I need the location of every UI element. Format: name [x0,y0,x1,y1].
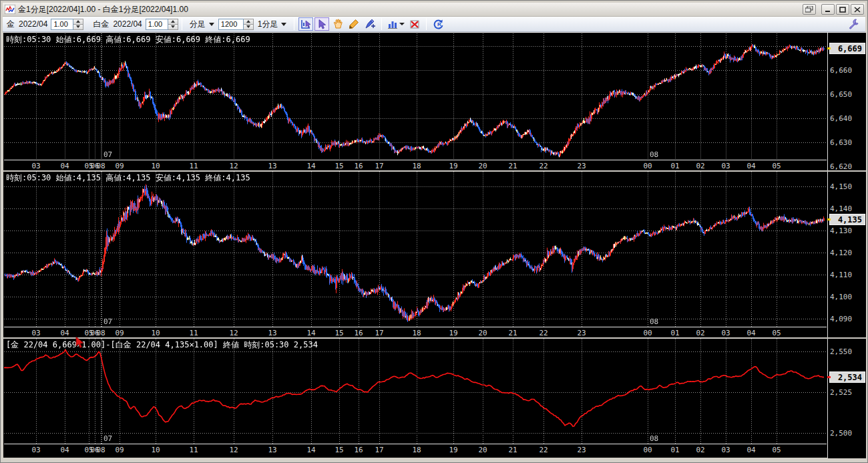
panel-separator [3,337,866,339]
x-axis-label: 10 [147,446,164,454]
spread-chart-plot[interactable]: [金 22/04 6,669×1.00]-[白金 22/04 4,135×1.0… [4,339,827,444]
reload-icon: R [433,19,444,29]
price-axis-panel: 6,669 4,135 2,534 6,6706,6606,6506,6406,… [827,33,866,458]
platinum-chart-plot[interactable]: 時刻:05:30 始値:4,135 高値:4,135 安値:4,135 終値:4… [4,172,827,327]
y-axis-label: 6,660 [830,66,852,75]
down-arrow-icon [76,25,80,28]
y-axis-label: 4,130 [830,226,852,235]
spin-down-button[interactable] [168,24,178,29]
panel-separator [3,170,866,172]
x-axis-label: 04 [742,329,760,337]
spin-up-button[interactable] [73,19,83,24]
x-axis-label: 05 [768,329,785,337]
app-icon [5,5,15,14]
x-axis-label: 20 [474,162,491,170]
y-axis-label: 4,150 [830,182,852,191]
y-axis-label: 4,110 [830,271,852,279]
platinum-label: 白金 [93,19,109,30]
spin-up-button[interactable] [168,19,178,24]
x-axis-label: 22 [535,329,552,337]
x-axis-label: 12 [225,446,242,454]
spread-chart-canvas[interactable] [4,339,827,444]
x-axis-label: 04 [742,162,760,170]
x-axis-label: 04 [742,446,760,454]
gold-chart-canvas[interactable] [4,33,827,160]
bar-chart-icon [387,19,398,29]
gold-chart-plot[interactable]: 時刻:05:30 始値:6,669 高値:6,669 安値:6,669 終値:6… [4,33,827,160]
x-axis-label: 21 [504,329,521,337]
wrench-icon [848,18,860,29]
remove-chart-button[interactable] [407,17,422,31]
x-axis-label: 05 [768,162,785,170]
platinum-multiplier-stepper: 1.00 [146,19,178,30]
x-axis-label: 14 [302,329,320,337]
x-axis-label: 20 [474,446,491,454]
platinum-month: 2022/04 [113,19,142,29]
titlebar[interactable]: 金1分足[2022/04]1.00 - 白金1分足[2022/04]1.00 [3,3,865,17]
hand-pan-tool-button[interactable] [331,17,345,31]
gold-label: 金 [7,19,15,30]
x-axis-label: 02 [692,162,709,170]
x-axis-label: 08 [92,162,110,170]
bar-count-stepper: 1200 [218,19,254,30]
x-axis-label: 18 [408,162,425,170]
up-arrow-icon [246,20,250,23]
platinum-x-axis: 0304050608091011121314151617181920212223… [4,327,827,337]
platinum-multiplier-input[interactable]: 1.00 [146,19,168,30]
x-axis-label: 13 [264,162,281,170]
pen-annotate-tool-button[interactable] [363,17,377,31]
x-axis-label: 23 [573,446,590,454]
x-axis-label: 02 [692,446,709,454]
x-axis-label: 12 [225,162,242,170]
x-axis-label: 04 [56,162,73,170]
platinum-chart-canvas[interactable] [4,172,827,327]
bar-type-dropdown[interactable]: 分足 [190,19,214,30]
x-axis-label: 18 [408,329,425,337]
x-axis-label: 09 [111,162,128,170]
pen-icon [365,19,376,29]
x-axis-label: 15 [331,329,348,337]
window-cascade-button[interactable] [803,4,816,15]
hand-icon [333,19,343,29]
select-arrow-tool-button[interactable] [314,17,329,31]
y-axis-label: 2,550 [830,347,852,356]
toolbar-separator [426,18,427,30]
x-axis-label: 09 [111,329,128,337]
reload-button[interactable]: R [431,17,445,31]
y-axis-label: 6,650 [830,90,852,99]
gold-month: 2022/04 [19,19,47,29]
chart-type-dropdown-button[interactable] [386,17,406,31]
x-axis-label: 21 [504,446,521,454]
x-axis-label: 08 [92,329,110,337]
toolbar: 金 2022/04 1.00 白金 2022/04 1.00 分足 1200 [3,17,865,32]
window-title: 金1分足[2022/04]1.00 - 白金1分足[2022/04]1.00 [18,4,188,15]
spin-up-button[interactable] [244,19,253,24]
gold-multiplier-input[interactable]: 1.00 [51,19,73,30]
app-window: 金1分足[2022/04]1.00 - 白金1分足[2022/04]1.00 金… [0,0,868,463]
gold-x-axis: 0304050608091011121314151617181920212223… [4,160,827,170]
minimize-button[interactable] [821,4,835,15]
x-axis-label: 03 [717,162,734,170]
x-axis-label: 13 [264,446,281,454]
x-axis-label: 11 [185,446,202,454]
pencil-icon [349,19,359,29]
spin-down-button[interactable] [73,24,83,29]
pencil-tool-button[interactable] [347,17,361,31]
y-axis-label: 6,630 [830,138,852,147]
x-axis-label: 21 [504,162,521,170]
bar-count-input[interactable]: 1200 [218,19,244,30]
y-axis-label: 2,525 [830,388,852,397]
chart-cursor-tool-button[interactable] [298,17,313,31]
x-axis-label: 01 [666,329,684,337]
x-axis-label: 04 [56,446,73,454]
chevron-down-icon [281,23,286,26]
x-axis-label: 00 [639,446,656,454]
spin-down-button[interactable] [244,24,253,29]
close-button[interactable] [851,4,864,15]
toolbar-separator [294,18,294,30]
current-price-tick-icon [827,47,831,49]
settings-wrench-button[interactable] [847,18,861,31]
interval-dropdown[interactable]: 1分足 [258,19,287,30]
maximize-button[interactable] [836,4,849,15]
x-axis-label: 13 [264,329,281,337]
